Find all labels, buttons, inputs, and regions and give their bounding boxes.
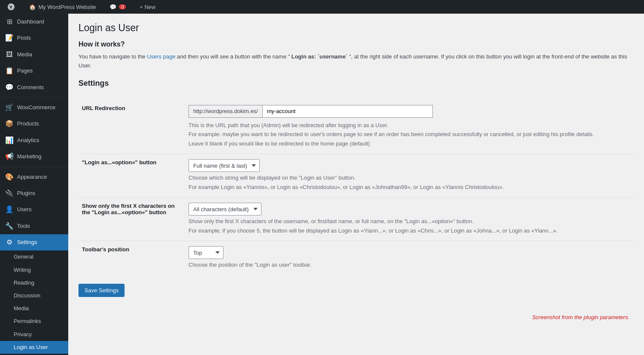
show-chars-label: Show only the first X characters on the … [78,198,185,241]
toolbar-position-label: Toolbar's position [78,241,185,275]
url-redirection-label: URL Redirection [78,100,185,154]
tools-icon: 🔧 [5,221,14,231]
toolbar-position-value: Top Bottom Choose the position of the "L… [185,241,634,275]
sidebar-item-products[interactable]: 📦 Products [0,116,68,132]
main-content: Login as User How it works? You have to … [68,14,644,355]
sidebar-item-users[interactable]: 👤 Users [0,201,68,218]
login-as-button-desc: Choose which string will be displayed on… [189,174,630,191]
site-name[interactable]: 🏠 My WordPress Website [26,0,99,14]
url-input[interactable] [262,105,433,118]
sidebar-item-appearance[interactable]: 🎨 Appearance [0,169,68,185]
products-icon: 📦 [5,119,14,128]
how-it-works-text: You have to navigate to the Users page a… [78,52,634,70]
appearance-icon: 🎨 [5,172,14,182]
plugins-icon: 🔌 [5,189,14,198]
settings-submenu: General Writing Reading Discussion Media… [0,250,68,354]
submenu-item-reading[interactable]: Reading [0,276,68,289]
show-chars-value: All characters (default) 5 10 15 20 Show… [185,198,634,241]
page-title: Login as User [78,22,634,34]
users-page-link[interactable]: Users page [147,53,175,60]
show-chars-row: Show only the first X characters on the … [78,198,634,241]
settings-table: URL Redirection http://wordpress.dokim.e… [78,100,634,275]
show-chars-desc: Show only the first X characters of the … [189,217,630,235]
sidebar-item-analytics[interactable]: 📊 Analytics [0,132,68,148]
wp-logo[interactable] [3,0,19,14]
home-icon: 🏠 [29,4,36,10]
show-chars-select[interactable]: All characters (default) 5 10 15 20 [189,203,261,215]
sidebar-item-posts[interactable]: 📝 Posts [0,30,68,46]
sidebar-item-dashboard[interactable]: ⊞ Dashboard [0,14,68,30]
posts-icon: 📝 [5,33,14,43]
sidebar-item-woocommerce[interactable]: 🛒 WooCommerce [0,99,68,116]
layout: ⊞ Dashboard 📝 Posts 🖼 Media 📋 Pages 💬 Co… [0,0,644,355]
pages-icon: 📋 [5,66,14,76]
wp-logo-icon [7,3,15,11]
submenu-item-general[interactable]: General [0,250,68,263]
settings-icon: ⚙ [5,238,14,247]
marketing-icon: 📢 [5,152,14,161]
login-as-button-row: "Login as...«option»" button Full name (… [78,154,634,198]
woocommerce-icon: 🛒 [5,103,14,112]
new-bar-item[interactable]: + New [136,0,159,14]
url-prefix: http://wordpress.dokim.es/ [189,105,262,118]
submenu-item-permalinks[interactable]: Permalinks [0,315,68,328]
screenshot-notice: Screenshot from the plugin parameters. [78,314,634,320]
sidebar-item-media[interactable]: 🖼 Media [0,47,68,63]
url-redirection-value: http://wordpress.dokim.es/ This is the U… [185,100,634,154]
toolbar-position-desc: Choose the position of the "Login as use… [189,261,630,269]
url-redirection-inputs: http://wordpress.dokim.es/ [189,105,630,118]
comment-icon: 💬 [110,4,116,10]
toolbar-position-select[interactable]: Top Bottom [189,246,223,259]
sidebar-divider-1 [0,97,68,98]
comments-icon: 💬 [5,83,14,92]
admin-bar: 🏠 My WordPress Website 💬 0 + New [0,0,644,14]
sidebar-item-settings[interactable]: ⚙ Settings [0,234,68,250]
toolbar-position-row: Toolbar's position Top Bottom Choose the… [78,241,634,275]
how-it-works-heading: How it works? [78,41,634,48]
users-icon: 👤 [5,205,14,214]
dashboard-icon: ⊞ [5,17,14,26]
sidebar-item-pages[interactable]: 📋 Pages [0,63,68,79]
submenu-item-privacy[interactable]: Privacy [0,328,68,341]
comments-bar-item[interactable]: 💬 0 [106,0,129,14]
submenu-item-media[interactable]: Media [0,302,68,315]
submenu-item-login-as-user[interactable]: Login as User [0,341,68,354]
login-as-button-label: "Login as...«option»" button [78,154,185,198]
media-icon: 🖼 [5,50,14,59]
sidebar-item-tools[interactable]: 🔧 Tools [0,218,68,234]
submenu-item-writing[interactable]: Writing [0,264,68,276]
save-settings-button[interactable]: Save Settings [78,284,125,297]
submenu-item-discussion[interactable]: Discussion [0,289,68,302]
sidebar-item-marketing[interactable]: 📢 Marketing [0,148,68,165]
sidebar-item-plugins[interactable]: 🔌 Plugins [0,185,68,201]
login-as-button-value: Full name (first & last) Username First … [185,154,634,198]
sidebar: ⊞ Dashboard 📝 Posts 🖼 Media 📋 Pages 💬 Co… [0,14,68,355]
url-redirection-row: URL Redirection http://wordpress.dokim.e… [78,100,634,154]
analytics-icon: 📊 [5,136,14,145]
sidebar-item-comments[interactable]: 💬 Comments [0,79,68,96]
settings-heading: Settings [78,79,634,91]
sidebar-divider-2 [0,167,68,167]
url-redirection-desc: This is the URL path that you (Admin) wi… [189,121,630,148]
login-as-button-select[interactable]: Full name (first & last) Username First … [189,159,260,172]
